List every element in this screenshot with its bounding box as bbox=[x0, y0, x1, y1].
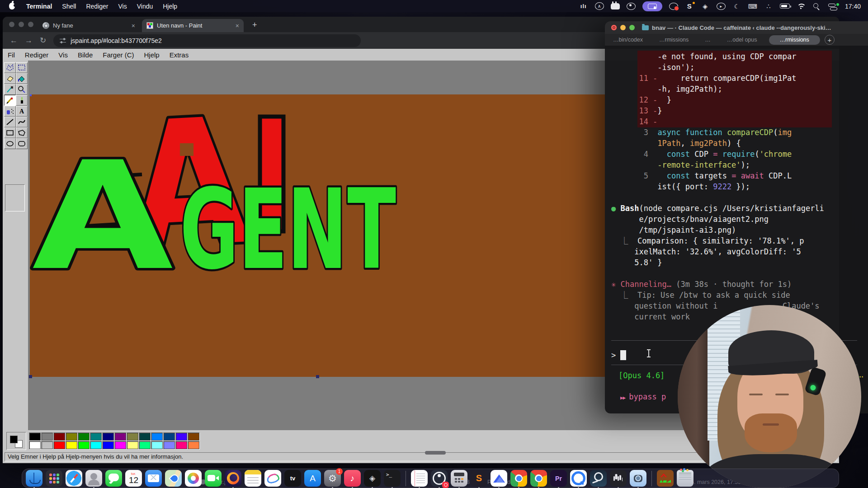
screen-mirroring-icon[interactable] bbox=[648, 4, 657, 9]
dock-item-webcam-app[interactable] bbox=[630, 470, 646, 487]
reload-icon[interactable]: ↻ bbox=[40, 36, 46, 45]
terminal-tab[interactable]: …rmissions bbox=[651, 37, 697, 43]
current-colors-swatch[interactable] bbox=[6, 432, 26, 450]
tool-airbrush[interactable] bbox=[4, 106, 16, 117]
jspaint-menu-rediger[interactable]: Rediger bbox=[20, 51, 54, 59]
dock-item-photos[interactable] bbox=[185, 470, 202, 487]
palette-color-ff0080[interactable] bbox=[175, 441, 188, 450]
dock-item-3d-app[interactable]: ◈ bbox=[364, 470, 381, 487]
tool-select[interactable] bbox=[16, 62, 28, 73]
palette-color-ff00ff[interactable] bbox=[114, 441, 127, 450]
paint-canvas[interactable]: A A GENT bbox=[30, 94, 605, 377]
tool-options-box[interactable] bbox=[5, 184, 25, 211]
jspaint-menu-bilde[interactable]: Bilde bbox=[73, 51, 98, 59]
dock-item-messages[interactable] bbox=[105, 470, 122, 487]
jspaint-menu-extras[interactable]: Extras bbox=[165, 51, 194, 59]
canvas-resize-handle[interactable] bbox=[29, 375, 32, 378]
jspaint-menu-vis[interactable]: Vis bbox=[53, 51, 73, 59]
dock-item-sublime-text[interactable]: S bbox=[471, 470, 487, 487]
tool-line[interactable] bbox=[4, 117, 16, 127]
obs-icon[interactable] bbox=[627, 3, 636, 10]
keyboard-icon[interactable]: ⌨ bbox=[748, 2, 757, 11]
dock-item-finder[interactable] bbox=[26, 470, 42, 487]
new-tab-button[interactable]: + bbox=[252, 20, 257, 30]
palette-color-008080[interactable] bbox=[90, 432, 102, 441]
browser-tab-new-tab[interactable]: Ny fane × bbox=[38, 19, 140, 32]
palette-color-ff0000[interactable] bbox=[53, 441, 66, 450]
dock-item-app-store[interactable]: A bbox=[304, 470, 321, 487]
forward-icon[interactable]: → bbox=[25, 36, 33, 45]
dock-item-downloads-stack[interactable] bbox=[657, 470, 674, 487]
palette-color-00ffff[interactable] bbox=[90, 441, 102, 450]
jspaint-menu-fargerc[interactable]: Farger (C) bbox=[98, 51, 139, 59]
toggles-icon[interactable] bbox=[828, 3, 838, 10]
dock-item-chrome[interactable] bbox=[510, 470, 527, 487]
palette-color-ff8040[interactable] bbox=[188, 441, 200, 450]
menu-hjelp[interactable]: Hjelp bbox=[158, 3, 182, 10]
jspaint-menu-hjelp[interactable]: Hjelp bbox=[139, 51, 164, 59]
menu-vis[interactable]: Vis bbox=[113, 3, 132, 10]
sublime-icon[interactable]: S bbox=[685, 2, 694, 11]
apple-menu-icon[interactable] bbox=[9, 3, 15, 9]
terminal-new-tab-button[interactable]: + bbox=[825, 35, 835, 45]
close-tab-icon[interactable]: × bbox=[236, 22, 239, 29]
dots-icon[interactable]: ∴ bbox=[764, 2, 773, 11]
palette-color-000000[interactable] bbox=[29, 432, 41, 441]
palette-color-ffffff[interactable] bbox=[29, 441, 41, 450]
palette-color-004040[interactable] bbox=[139, 432, 151, 441]
menu-terminal[interactable]: Terminal bbox=[21, 3, 57, 10]
terminal-tab[interactable]: …odel opus bbox=[719, 37, 765, 43]
tool-brush[interactable] bbox=[16, 95, 28, 106]
palette-color-004080[interactable] bbox=[163, 432, 175, 441]
close-window-button[interactable] bbox=[611, 25, 617, 30]
minimize-window-button[interactable] bbox=[620, 25, 626, 30]
palette-color-808000[interactable] bbox=[66, 432, 78, 441]
palette-color-0080ff[interactable] bbox=[151, 432, 163, 441]
tool-pencil[interactable] bbox=[4, 95, 16, 106]
nordvpn-icon[interactable]: ∧ bbox=[595, 2, 604, 10]
menu-rediger[interactable]: Rediger bbox=[81, 3, 113, 10]
site-settings-icon[interactable] bbox=[60, 38, 66, 43]
jspaint-menu-fil[interactable]: Fil bbox=[3, 51, 20, 59]
dock-item-chrome-2[interactable] bbox=[530, 470, 547, 487]
record-icon[interactable] bbox=[669, 3, 678, 10]
palette-color-00ff00[interactable] bbox=[78, 441, 90, 450]
dock-item-firefox[interactable] bbox=[225, 470, 241, 487]
dock-item-mail[interactable] bbox=[145, 470, 162, 487]
dock-item-textedit[interactable] bbox=[411, 470, 428, 487]
tool-text[interactable]: A bbox=[16, 106, 28, 117]
dock-item-freeform[interactable] bbox=[264, 470, 281, 487]
wifi-icon[interactable] bbox=[797, 3, 806, 9]
stats-bars-icon[interactable]: ılı bbox=[579, 2, 588, 11]
dock-item-maps[interactable] bbox=[165, 470, 182, 487]
menu-vindu[interactable]: Vindu bbox=[132, 3, 158, 10]
dock-item-quicktime[interactable] bbox=[570, 470, 587, 487]
dock-item-music[interactable]: ♪ bbox=[344, 470, 361, 487]
terminal-tab-active[interactable]: …rmissions bbox=[769, 35, 820, 45]
tool-ellipse[interactable] bbox=[4, 138, 16, 149]
tool-fill[interactable] bbox=[16, 73, 28, 84]
dock-item-steam[interactable] bbox=[590, 470, 607, 487]
box-3d-icon[interactable]: ◈ bbox=[701, 2, 710, 11]
dock-item-calendar[interactable]: tor.12 bbox=[125, 470, 142, 487]
dock-item-nordvpn[interactable] bbox=[491, 470, 507, 487]
battery-icon[interactable] bbox=[780, 4, 790, 9]
terminal-tab[interactable]: … bbox=[697, 37, 719, 43]
dock-item-premiere-pro[interactable]: Pr bbox=[550, 470, 567, 487]
dock-item-calculator[interactable] bbox=[451, 470, 467, 487]
close-tab-icon[interactable]: × bbox=[132, 22, 135, 29]
dock-item-apple-tv[interactable]: tv bbox=[284, 470, 301, 487]
tool-rounded-rectangle[interactable] bbox=[16, 138, 28, 149]
palette-color-00ff80[interactable] bbox=[139, 441, 151, 450]
browser-tab-paint[interactable]: Uten navn - Paint × bbox=[142, 19, 244, 32]
palette-color-808040[interactable] bbox=[127, 432, 139, 441]
back-icon[interactable]: ← bbox=[10, 36, 18, 45]
palette-color-80ffff[interactable] bbox=[151, 441, 163, 450]
palette-color-800000[interactable] bbox=[53, 432, 66, 441]
palette-color-000080[interactable] bbox=[102, 432, 114, 441]
tool-curve[interactable] bbox=[16, 117, 28, 127]
tool-rectangle[interactable] bbox=[4, 127, 16, 138]
dock-item-launchpad[interactable] bbox=[46, 470, 62, 487]
palette-color-804000[interactable] bbox=[188, 432, 200, 441]
dock-item-audio-app[interactable] bbox=[610, 470, 627, 487]
